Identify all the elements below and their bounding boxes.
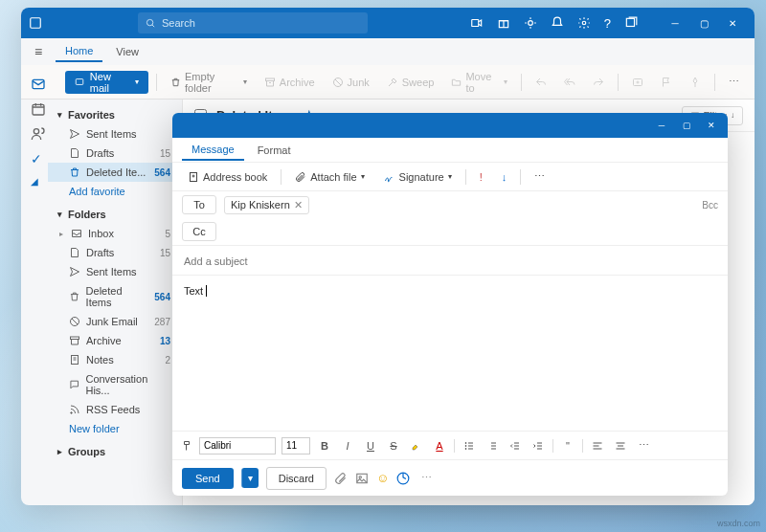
gear-icon[interactable]	[577, 16, 591, 30]
send-button[interactable]: Send	[182, 468, 234, 489]
main-tabs: ≡ Home View	[21, 38, 755, 65]
sidebar-item-drafts-2[interactable]: Drafts15	[48, 243, 182, 262]
archive-icon	[264, 77, 276, 88]
align-center-button[interactable]	[612, 437, 629, 454]
sidebar-item-drafts[interactable]: Drafts15	[48, 144, 182, 163]
image-icon[interactable]	[355, 472, 369, 485]
sent-icon	[69, 266, 80, 277]
sidebar-item-rss[interactable]: RSS Feeds	[48, 400, 182, 419]
quote-button[interactable]: "	[559, 437, 576, 454]
new-window-icon[interactable]	[624, 16, 638, 30]
svg-point-1	[146, 19, 152, 25]
people-nav-icon[interactable]	[31, 126, 46, 142]
compose-titlebar[interactable]: ─ ▢ ✕	[172, 113, 728, 138]
sweep-label: Sweep	[402, 77, 435, 88]
maximize-button[interactable]: ▢	[689, 8, 718, 38]
send-split-button[interactable]: ▾	[241, 468, 259, 488]
day-icon[interactable]	[524, 16, 537, 30]
numbering-button[interactable]	[484, 437, 501, 454]
flag-button	[655, 71, 678, 94]
font-color-button[interactable]: A	[431, 437, 448, 454]
add-favorite-link[interactable]: Add favorite	[48, 182, 182, 201]
gift-icon[interactable]	[497, 16, 510, 30]
sidebar-item-notes[interactable]: Notes2	[48, 350, 182, 369]
new-folder-link[interactable]: New folder	[48, 419, 182, 438]
pin-button	[684, 71, 707, 94]
favorites-section[interactable]: ▾Favorites	[48, 105, 182, 124]
compose-close-button[interactable]: ✕	[699, 113, 724, 138]
bullets-button[interactable]	[461, 437, 478, 454]
highlight-button[interactable]	[408, 437, 425, 454]
sidebar-item-junk[interactable]: Junk Email287	[48, 312, 182, 331]
emoji-icon[interactable]: ☺	[376, 471, 389, 485]
outdent-button[interactable]	[507, 437, 524, 454]
subject-input[interactable]	[184, 255, 716, 267]
indent-button[interactable]	[529, 437, 547, 454]
font-select[interactable]	[199, 437, 276, 454]
svg-point-15	[637, 81, 639, 83]
sent-icon	[69, 128, 80, 140]
signature-button[interactable]: Signature ▾	[378, 168, 458, 186]
format-painter-icon[interactable]	[182, 440, 193, 452]
new-mail-button[interactable]: New mail ▾	[65, 71, 148, 94]
chip-remove-icon[interactable]: ✕	[294, 199, 303, 211]
calendar-nav-icon[interactable]	[31, 101, 46, 117]
format-toolbar: B I U S A " ⋯	[172, 431, 728, 459]
compose-tab-message[interactable]: Message	[182, 140, 244, 161]
compose-body[interactable]: Text	[172, 276, 728, 431]
format-more-button[interactable]: ⋯	[635, 437, 652, 454]
tab-home[interactable]: Home	[56, 41, 102, 62]
recipient-chip[interactable]: Kip Kniskern✕	[224, 196, 309, 214]
more-button[interactable]: ⋯	[723, 71, 745, 94]
sidebar-item-deleted[interactable]: Deleted Ite...564	[48, 163, 182, 182]
empty-folder-button[interactable]: Empty folder ▾	[165, 71, 253, 94]
to-button[interactable]: To	[182, 195, 216, 214]
underline-button[interactable]: U	[362, 437, 379, 454]
send-bar: Send ▾ Discard ☺ ⋯	[172, 459, 728, 496]
discard-button[interactable]: Discard	[266, 467, 327, 490]
address-book-button[interactable]: Address book	[182, 168, 273, 186]
sidebar-item-archive[interactable]: Archive13	[48, 331, 182, 350]
cc-button[interactable]: Cc	[182, 222, 216, 241]
sidebar-item-sent-2[interactable]: Sent Items	[48, 262, 182, 281]
close-button[interactable]: ✕	[718, 8, 747, 38]
svg-point-6	[582, 21, 586, 25]
schedule-icon[interactable]	[396, 472, 410, 485]
hamburger-icon[interactable]: ≡	[25, 38, 52, 65]
folders-section[interactable]: ▾Folders	[48, 205, 182, 224]
compose-minimize-button[interactable]: ─	[649, 113, 674, 138]
attach-file-button[interactable]: Attach file ▾	[289, 168, 370, 186]
size-select[interactable]	[282, 437, 310, 454]
compose-maximize-button[interactable]: ▢	[674, 113, 699, 138]
mail-nav-icon[interactable]	[31, 77, 46, 92]
move-to-label: Move to	[465, 71, 500, 94]
compose-more-button[interactable]: ⋯	[529, 167, 551, 186]
minimize-button[interactable]: ─	[661, 8, 689, 38]
notes-icon	[69, 354, 80, 366]
importance-low-button[interactable]: ↓	[496, 168, 513, 186]
paperclip-icon	[295, 171, 306, 183]
svg-rect-3	[472, 20, 479, 27]
bcc-link[interactable]: Bcc	[702, 200, 718, 211]
check-nav-icon[interactable]: ✓	[31, 151, 46, 166]
tab-view[interactable]: View	[106, 42, 148, 61]
sidebar-item-inbox[interactable]: ▸Inbox5	[48, 224, 182, 243]
svg-rect-9	[33, 104, 44, 115]
send-more-button[interactable]: ⋯	[417, 470, 435, 487]
help-icon[interactable]: ?	[604, 16, 611, 31]
sidebar-item-convo[interactable]: Conversation His...	[48, 369, 182, 400]
expand-nav-icon[interactable]: ◢	[31, 176, 46, 191]
sidebar-item-deleted-2[interactable]: Deleted Items564	[48, 281, 182, 312]
bell-icon[interactable]	[551, 16, 564, 30]
italic-button[interactable]: I	[339, 437, 356, 454]
attach-icon[interactable]	[334, 472, 348, 485]
strike-button[interactable]: S	[385, 437, 402, 454]
importance-high-button[interactable]: !	[474, 168, 488, 186]
search-input[interactable]: Search	[138, 12, 368, 33]
align-left-button[interactable]	[589, 437, 606, 454]
groups-section[interactable]: ▸Groups	[48, 442, 182, 461]
meet-icon[interactable]	[470, 16, 484, 30]
bold-button[interactable]: B	[316, 437, 333, 454]
sidebar-item-sent[interactable]: Sent Items	[48, 124, 182, 144]
compose-tab-format[interactable]: Format	[248, 141, 301, 160]
